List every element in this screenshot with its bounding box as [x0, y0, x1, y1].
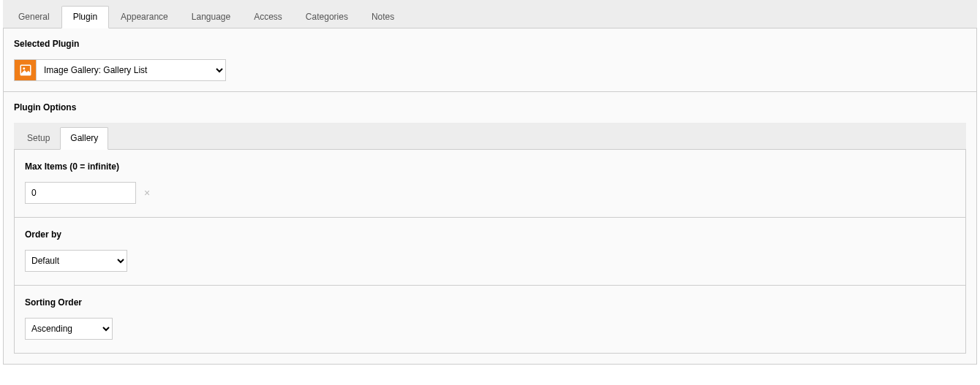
tab-label: Notes	[372, 12, 394, 22]
tab-label: Language	[192, 12, 230, 22]
order-by-field: Order by Default	[15, 218, 965, 286]
svg-point-2	[23, 67, 25, 69]
plugin-panel: Selected Plugin Image Gallery: Gallery L…	[3, 28, 977, 365]
gallery-panel: Max Items (0 = infinite) × Order by Defa…	[14, 150, 966, 354]
sorting-order-select[interactable]: Ascending	[25, 318, 113, 340]
top-tabs: General Plugin Appearance Language Acces…	[3, 0, 977, 28]
selected-plugin-title: Selected Plugin	[14, 39, 966, 49]
tab-setup[interactable]: Setup	[17, 127, 60, 149]
selected-plugin-section: Selected Plugin Image Gallery: Gallery L…	[4, 28, 976, 92]
tab-general[interactable]: General	[7, 6, 61, 28]
image-gallery-icon	[14, 59, 36, 81]
plugin-options-section: Plugin Options Setup Gallery Max Items (…	[4, 102, 976, 364]
tab-access[interactable]: Access	[242, 6, 294, 28]
tab-label: Access	[254, 12, 282, 22]
max-items-input-wrap: ×	[25, 182, 136, 204]
close-icon[interactable]: ×	[143, 187, 151, 199]
order-by-select[interactable]: Default	[25, 250, 127, 272]
tab-appearance[interactable]: Appearance	[109, 6, 180, 28]
tab-label: Categories	[306, 12, 348, 22]
sorting-order-label: Sorting Order	[25, 297, 955, 308]
tab-label: Setup	[27, 133, 50, 143]
max-items-label: Max Items (0 = infinite)	[25, 161, 955, 172]
tab-label: Appearance	[121, 12, 168, 22]
max-items-input[interactable]	[30, 187, 143, 199]
plugin-settings-form: General Plugin Appearance Language Acces…	[0, 0, 980, 367]
tab-plugin[interactable]: Plugin	[61, 6, 109, 28]
tab-label: Plugin	[73, 12, 97, 22]
tab-notes[interactable]: Notes	[360, 6, 406, 28]
sorting-order-field: Sorting Order Ascending	[15, 286, 965, 353]
tab-label: General	[18, 12, 50, 22]
order-by-label: Order by	[25, 229, 955, 240]
tab-gallery[interactable]: Gallery	[60, 127, 108, 150]
selected-plugin-select[interactable]: Image Gallery: Gallery List	[36, 59, 226, 81]
tab-categories[interactable]: Categories	[294, 6, 360, 28]
tab-label: Gallery	[70, 133, 98, 143]
plugin-options-tabs: Setup Gallery	[14, 123, 966, 150]
plugin-options-title: Plugin Options	[14, 102, 966, 113]
selected-plugin-row: Image Gallery: Gallery List	[14, 59, 966, 81]
max-items-field: Max Items (0 = infinite) ×	[15, 150, 965, 218]
tab-language[interactable]: Language	[180, 6, 242, 28]
